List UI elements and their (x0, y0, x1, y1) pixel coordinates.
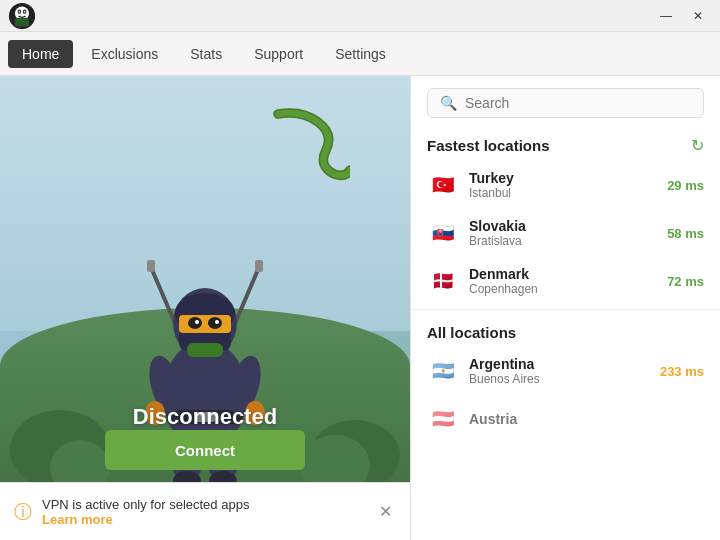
svg-rect-8 (147, 260, 155, 272)
right-panel: 🔍 Fastest locations ↻ 🇹🇷 Turkey Istanbul… (410, 76, 720, 540)
svg-point-4 (19, 10, 21, 12)
ping-argentina: 233 ms (660, 364, 704, 379)
search-input[interactable] (465, 95, 691, 111)
fastest-locations-header: Fastest locations ↻ (411, 126, 720, 161)
city-name-turkey: Istanbul (469, 186, 657, 200)
flag-austria: 🇦🇹 (427, 403, 459, 435)
nav-item-stats[interactable]: Stats (176, 40, 236, 68)
ping-denmark: 72 ms (667, 274, 704, 289)
svg-point-25 (215, 320, 219, 324)
location-info-denmark: Denmark Copenhagen (469, 266, 657, 296)
svg-point-24 (195, 320, 199, 324)
ping-turkey: 29 ms (667, 178, 704, 193)
location-item-denmark[interactable]: 🇩🇰 Denmark Copenhagen 72 ms (411, 257, 720, 305)
title-bar-left (8, 2, 36, 30)
country-name-denmark: Denmark (469, 266, 657, 282)
search-container: 🔍 (411, 76, 720, 126)
status-label: Disconnected (133, 404, 277, 430)
notification-bar: ⓘ VPN is active only for selected apps L… (0, 482, 410, 540)
location-item-turkey[interactable]: 🇹🇷 Turkey Istanbul 29 ms (411, 161, 720, 209)
svg-rect-6 (15, 17, 29, 26)
country-name-argentina: Argentina (469, 356, 650, 372)
left-panel: Disconnected Connect ⓘ VPN is active onl… (0, 76, 410, 540)
city-name-argentina: Buenos Aires (469, 372, 650, 386)
ninja-scarf (230, 106, 350, 186)
main-content: Disconnected Connect ⓘ VPN is active onl… (0, 76, 720, 540)
flag-argentina: 🇦🇷 (427, 355, 459, 387)
minimize-button[interactable]: — (652, 6, 680, 26)
connect-button[interactable]: Connect (105, 430, 305, 470)
location-info-austria: Austria (469, 411, 694, 427)
nav-item-home[interactable]: Home (8, 40, 73, 68)
locations-list: Fastest locations ↻ 🇹🇷 Turkey Istanbul 2… (411, 126, 720, 540)
learn-more-link[interactable]: Learn more (42, 512, 365, 527)
location-item-slovakia[interactable]: 🇸🇰 Slovakia Bratislava 58 ms (411, 209, 720, 257)
svg-point-23 (208, 317, 222, 329)
nav-item-support[interactable]: Support (240, 40, 317, 68)
location-info-turkey: Turkey Istanbul (469, 170, 657, 200)
country-name-slovakia: Slovakia (469, 218, 657, 234)
nav-item-exclusions[interactable]: Exclusions (77, 40, 172, 68)
all-locations-title: All locations (427, 324, 516, 341)
nav-bar: Home Exclusions Stats Support Settings (0, 32, 720, 76)
section-divider (411, 309, 720, 310)
refresh-icon[interactable]: ↻ (691, 136, 704, 155)
nav-item-settings[interactable]: Settings (321, 40, 400, 68)
notification-text: VPN is active only for selected apps Lea… (42, 497, 365, 527)
svg-point-22 (188, 317, 202, 329)
info-icon: ⓘ (14, 500, 32, 524)
svg-rect-26 (187, 343, 223, 357)
country-name-austria: Austria (469, 411, 694, 427)
city-name-denmark: Copenhagen (469, 282, 657, 296)
ping-slovakia: 58 ms (667, 226, 704, 241)
notification-message: VPN is active only for selected apps (42, 497, 249, 512)
svg-point-5 (24, 10, 26, 12)
location-item-austria[interactable]: 🇦🇹 Austria (411, 395, 720, 443)
country-name-turkey: Turkey (469, 170, 657, 186)
flag-slovakia: 🇸🇰 (427, 217, 459, 249)
search-box: 🔍 (427, 88, 704, 118)
city-name-slovakia: Bratislava (469, 234, 657, 248)
title-bar: — ✕ (0, 0, 720, 32)
all-locations-header: All locations (411, 314, 720, 347)
svg-rect-21 (179, 315, 231, 333)
flag-turkey: 🇹🇷 (427, 169, 459, 201)
location-info-slovakia: Slovakia Bratislava (469, 218, 657, 248)
location-item-argentina[interactable]: 🇦🇷 Argentina Buenos Aires 233 ms (411, 347, 720, 395)
app-logo (8, 2, 36, 30)
fastest-locations-title: Fastest locations (427, 137, 550, 154)
close-button[interactable]: ✕ (684, 6, 712, 26)
svg-rect-10 (255, 260, 263, 272)
location-info-argentina: Argentina Buenos Aires (469, 356, 650, 386)
flag-denmark: 🇩🇰 (427, 265, 459, 297)
search-icon: 🔍 (440, 95, 457, 111)
close-notification-button[interactable]: ✕ (375, 498, 396, 525)
title-bar-controls: — ✕ (652, 6, 712, 26)
